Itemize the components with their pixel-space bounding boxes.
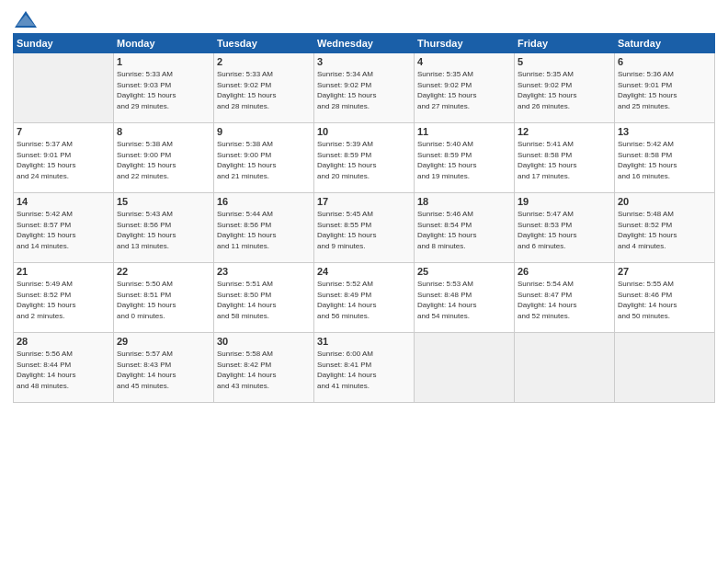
day-info: Sunrise: 5:57 AM Sunset: 8:43 PM Dayligh… [117,349,210,391]
weekday-header: Saturday [615,34,715,53]
calendar-cell: 11Sunrise: 5:40 AM Sunset: 8:59 PM Dayli… [415,123,515,193]
calendar-cell: 6Sunrise: 5:36 AM Sunset: 9:01 PM Daylig… [615,53,715,123]
day-info: Sunrise: 5:45 AM Sunset: 8:55 PM Dayligh… [317,209,411,251]
calendar-cell: 22Sunrise: 5:50 AM Sunset: 8:51 PM Dayli… [114,263,214,333]
calendar-cell: 13Sunrise: 5:42 AM Sunset: 8:58 PM Dayli… [615,123,715,193]
day-info: Sunrise: 5:51 AM Sunset: 8:50 PM Dayligh… [217,279,311,321]
day-info: Sunrise: 5:38 AM Sunset: 9:00 PM Dayligh… [117,139,210,181]
day-number: 28 [17,336,110,347]
day-info: Sunrise: 5:37 AM Sunset: 9:01 PM Dayligh… [17,139,110,181]
calendar-cell: 21Sunrise: 5:49 AM Sunset: 8:52 PM Dayli… [14,263,114,333]
day-number: 7 [17,126,110,137]
day-number: 16 [217,196,311,207]
day-info: Sunrise: 5:38 AM Sunset: 9:00 PM Dayligh… [217,139,311,181]
calendar-cell: 12Sunrise: 5:41 AM Sunset: 8:58 PM Dayli… [515,123,615,193]
day-number: 25 [417,266,511,277]
day-number: 9 [217,126,311,137]
day-info: Sunrise: 5:36 AM Sunset: 9:01 PM Dayligh… [618,69,711,111]
day-info: Sunrise: 5:40 AM Sunset: 8:59 PM Dayligh… [417,139,511,181]
weekday-header: Monday [114,34,214,53]
day-number: 5 [518,56,611,67]
day-number: 1 [117,56,210,67]
calendar-cell: 15Sunrise: 5:43 AM Sunset: 8:56 PM Dayli… [114,193,214,263]
calendar-cell [515,333,615,403]
day-info: Sunrise: 5:43 AM Sunset: 8:56 PM Dayligh… [117,209,210,251]
calendar-cell: 23Sunrise: 5:51 AM Sunset: 8:50 PM Dayli… [214,263,314,333]
calendar-cell: 2Sunrise: 5:33 AM Sunset: 9:02 PM Daylig… [214,53,314,123]
day-number: 18 [417,196,511,207]
calendar-cell [14,53,114,123]
day-number: 11 [417,126,511,137]
calendar-cell: 14Sunrise: 5:42 AM Sunset: 8:57 PM Dayli… [14,193,114,263]
calendar-cell: 29Sunrise: 5:57 AM Sunset: 8:43 PM Dayli… [114,333,214,403]
day-number: 10 [317,126,411,137]
header [13,9,715,29]
calendar-table: SundayMondayTuesdayWednesdayThursdayFrid… [13,33,715,403]
day-number: 6 [618,56,711,67]
calendar-cell: 18Sunrise: 5:46 AM Sunset: 8:54 PM Dayli… [415,193,515,263]
day-info: Sunrise: 5:58 AM Sunset: 8:42 PM Dayligh… [217,349,311,391]
calendar-cell: 8Sunrise: 5:38 AM Sunset: 9:00 PM Daylig… [114,123,214,193]
calendar-cell [415,333,515,403]
weekday-header: Tuesday [214,34,314,53]
day-info: Sunrise: 5:35 AM Sunset: 9:02 PM Dayligh… [518,69,611,111]
day-number: 30 [217,336,311,347]
day-number: 2 [217,56,311,67]
calendar-week-row: 7Sunrise: 5:37 AM Sunset: 9:01 PM Daylig… [14,123,715,193]
day-info: Sunrise: 5:46 AM Sunset: 8:54 PM Dayligh… [417,209,511,251]
day-info: Sunrise: 5:49 AM Sunset: 8:52 PM Dayligh… [17,279,110,321]
calendar-cell: 5Sunrise: 5:35 AM Sunset: 9:02 PM Daylig… [515,53,615,123]
day-number: 27 [618,266,711,277]
weekday-header: Sunday [14,34,114,53]
day-info: Sunrise: 5:55 AM Sunset: 8:46 PM Dayligh… [618,279,711,321]
day-number: 15 [117,196,210,207]
calendar-cell: 31Sunrise: 6:00 AM Sunset: 8:41 PM Dayli… [314,333,415,403]
calendar-cell: 10Sunrise: 5:39 AM Sunset: 8:59 PM Dayli… [314,123,415,193]
calendar-cell: 17Sunrise: 5:45 AM Sunset: 8:55 PM Dayli… [314,193,415,263]
day-number: 19 [518,196,611,207]
day-info: Sunrise: 5:50 AM Sunset: 8:51 PM Dayligh… [117,279,210,321]
weekday-header: Wednesday [314,34,415,53]
day-info: Sunrise: 5:33 AM Sunset: 9:03 PM Dayligh… [117,69,210,111]
day-info: Sunrise: 5:56 AM Sunset: 8:44 PM Dayligh… [17,349,110,391]
day-number: 24 [317,266,411,277]
day-number: 23 [217,266,311,277]
day-number: 20 [618,196,711,207]
logo-icon [13,9,39,29]
calendar-cell: 28Sunrise: 5:56 AM Sunset: 8:44 PM Dayli… [14,333,114,403]
calendar-cell: 20Sunrise: 5:48 AM Sunset: 8:52 PM Dayli… [615,193,715,263]
svg-marker-1 [17,15,35,26]
day-number: 21 [17,266,110,277]
day-number: 26 [518,266,611,277]
day-info: Sunrise: 5:53 AM Sunset: 8:48 PM Dayligh… [417,279,511,321]
calendar-cell [615,333,715,403]
day-number: 13 [618,126,711,137]
day-number: 22 [117,266,210,277]
day-info: Sunrise: 5:54 AM Sunset: 8:47 PM Dayligh… [518,279,611,321]
calendar-cell: 7Sunrise: 5:37 AM Sunset: 9:01 PM Daylig… [14,123,114,193]
day-number: 31 [317,336,411,347]
day-number: 14 [17,196,110,207]
day-number: 8 [117,126,210,137]
day-info: Sunrise: 5:44 AM Sunset: 8:56 PM Dayligh… [217,209,311,251]
day-info: Sunrise: 5:42 AM Sunset: 8:58 PM Dayligh… [618,139,711,181]
calendar-cell: 25Sunrise: 5:53 AM Sunset: 8:48 PM Dayli… [415,263,515,333]
calendar-cell: 16Sunrise: 5:44 AM Sunset: 8:56 PM Dayli… [214,193,314,263]
calendar-week-row: 21Sunrise: 5:49 AM Sunset: 8:52 PM Dayli… [14,263,715,333]
weekday-header: Friday [515,34,615,53]
calendar-cell: 1Sunrise: 5:33 AM Sunset: 9:03 PM Daylig… [114,53,214,123]
calendar-cell: 19Sunrise: 5:47 AM Sunset: 8:53 PM Dayli… [515,193,615,263]
calendar-cell: 27Sunrise: 5:55 AM Sunset: 8:46 PM Dayli… [615,263,715,333]
day-info: Sunrise: 5:48 AM Sunset: 8:52 PM Dayligh… [618,209,711,251]
day-number: 3 [317,56,411,67]
calendar-cell: 4Sunrise: 5:35 AM Sunset: 9:02 PM Daylig… [415,53,515,123]
calendar-cell: 3Sunrise: 5:34 AM Sunset: 9:02 PM Daylig… [314,53,415,123]
calendar-cell: 9Sunrise: 5:38 AM Sunset: 9:00 PM Daylig… [214,123,314,193]
day-number: 17 [317,196,411,207]
day-info: Sunrise: 5:33 AM Sunset: 9:02 PM Dayligh… [217,69,311,111]
day-info: Sunrise: 5:39 AM Sunset: 8:59 PM Dayligh… [317,139,411,181]
day-info: Sunrise: 5:41 AM Sunset: 8:58 PM Dayligh… [518,139,611,181]
calendar-cell: 24Sunrise: 5:52 AM Sunset: 8:49 PM Dayli… [314,263,415,333]
day-number: 4 [417,56,511,67]
day-info: Sunrise: 5:35 AM Sunset: 9:02 PM Dayligh… [417,69,511,111]
